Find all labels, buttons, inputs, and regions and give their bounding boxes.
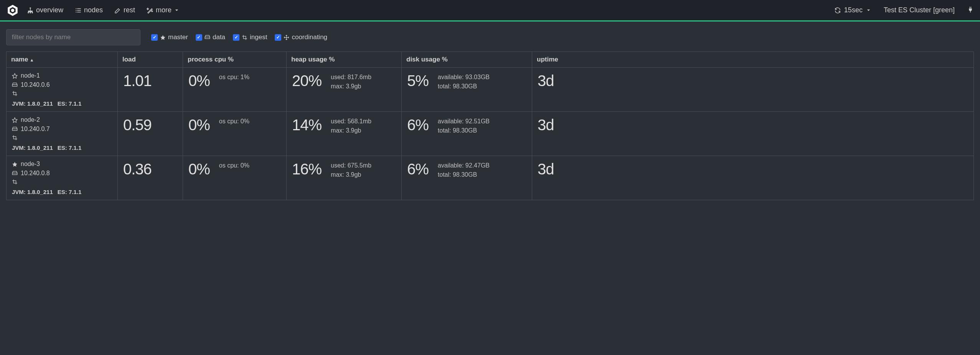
nav-rest-label: rest: [124, 6, 135, 14]
checkbox-checked-icon: ✓: [233, 34, 239, 41]
cell-cpu: 0% os cpu: 1%: [183, 68, 287, 111]
disk-value: 6%: [407, 161, 429, 178]
svg-point-0: [11, 8, 15, 12]
connect-button[interactable]: [967, 6, 974, 15]
nav-nodes[interactable]: nodes: [75, 6, 103, 14]
hdd-icon: [205, 35, 210, 40]
refresh-icon: [834, 7, 841, 14]
os-cpu: os cpu: 0%: [219, 118, 249, 125]
table-row: node-1 10.240.0.6 JVM: 1.8.0_211ES: 7.1.…: [7, 68, 973, 112]
cpu-value: 0%: [188, 161, 210, 178]
crop-icon: [12, 135, 18, 141]
node-ip: 10.240.0.6: [21, 81, 50, 88]
col-uptime[interactable]: uptime: [532, 52, 594, 67]
node-ip: 10.240.0.7: [21, 126, 50, 133]
checkbox-checked-icon: ✓: [275, 34, 281, 41]
load-value: 0.59: [123, 116, 152, 133]
load-value: 0.36: [123, 161, 152, 178]
list-icon: [75, 7, 82, 14]
sort-asc-icon: ▲: [30, 58, 34, 62]
cpu-value: 0%: [188, 116, 210, 134]
cell-name: node-2 10.240.0.7 JVM: 1.8.0_211ES: 7.1.…: [7, 112, 118, 156]
nodes-table: name▲ load process cpu % heap usage % di…: [6, 51, 974, 200]
cluster-name: Test ES Cluster [green]: [884, 6, 955, 14]
disk-total: total: 98.30GB: [438, 83, 490, 90]
edit-icon: [114, 7, 121, 14]
node-es: ES: 7.1.1: [58, 100, 82, 107]
cell-name: node-3 10.240.0.8 JVM: 1.8.0_211ES: 7.1.…: [7, 156, 118, 200]
os-cpu: os cpu: 1%: [219, 74, 249, 81]
role-master-label: master: [168, 33, 188, 41]
disk-avail: available: 93.03GB: [438, 74, 490, 81]
crop-icon: [242, 35, 247, 40]
sitemap-icon: [27, 7, 34, 14]
heap-value: 16%: [292, 161, 322, 178]
cell-disk: 6% available: 92.47GBtotal: 98.30GB: [402, 156, 532, 200]
checkbox-checked-icon: ✓: [151, 34, 158, 41]
disk-total: total: 98.30GB: [438, 127, 490, 134]
heap-used: used: 675.5mb: [331, 162, 371, 169]
hdd-icon: [12, 126, 18, 132]
caret-down-icon: [174, 7, 180, 13]
refresh-interval[interactable]: 15sec: [834, 6, 871, 14]
filter-nodes-input[interactable]: [6, 29, 140, 45]
move-icon: [284, 35, 289, 40]
role-ingest-checkbox[interactable]: ✓ ingest: [233, 33, 267, 41]
role-data-checkbox[interactable]: ✓ data: [196, 33, 225, 41]
role-data-label: data: [213, 33, 225, 41]
col-heap[interactable]: heap usage %: [287, 52, 402, 67]
uptime-value: 3d: [538, 116, 554, 133]
caret-down-icon: [866, 7, 871, 13]
star-icon: [160, 35, 166, 40]
heap-used: used: 817.6mb: [331, 74, 371, 81]
uptime-value: 3d: [538, 161, 554, 178]
cell-uptime: 3d: [532, 68, 594, 111]
heap-max: max: 3.9gb: [331, 83, 371, 90]
crop-icon: [12, 91, 18, 96]
node-es: ES: 7.1.1: [58, 189, 82, 195]
node-jvm: JVM: 1.8.0_211: [12, 144, 53, 151]
col-cpu[interactable]: process cpu %: [183, 52, 287, 67]
crop-icon: [12, 179, 18, 185]
star-icon: [12, 161, 18, 167]
checkbox-checked-icon: ✓: [196, 34, 202, 41]
cell-load: 1.01: [118, 68, 183, 111]
node-jvm: JVM: 1.8.0_211: [12, 100, 53, 107]
load-value: 1.01: [123, 72, 152, 89]
col-name[interactable]: name▲: [7, 52, 118, 67]
col-disk[interactable]: disk usage %: [402, 52, 532, 67]
cell-uptime: 3d: [532, 156, 594, 200]
hdd-icon: [12, 82, 18, 88]
nav-overview[interactable]: overview: [27, 6, 63, 14]
node-name: node-3: [21, 161, 40, 168]
node-name: node-1: [21, 72, 40, 79]
wand-icon: [147, 7, 153, 14]
disk-avail: available: 92.47GB: [438, 162, 490, 169]
nav-rest[interactable]: rest: [114, 6, 135, 14]
cell-load: 0.59: [118, 112, 183, 156]
plug-icon: [967, 6, 974, 13]
filter-toolbar: ✓ master ✓ data ✓ ingest ✓ coordinating: [0, 22, 980, 51]
node-ip: 10.240.0.8: [21, 170, 50, 177]
cell-cpu: 0% os cpu: 0%: [183, 112, 287, 156]
node-name: node-2: [21, 116, 40, 123]
cell-heap: 20% used: 817.6mbmax: 3.9gb: [287, 68, 402, 111]
cpu-value: 0%: [188, 72, 210, 90]
refresh-interval-label: 15sec: [844, 6, 863, 14]
heap-value: 20%: [292, 72, 322, 90]
table-row: node-3 10.240.0.8 JVM: 1.8.0_211ES: 7.1.…: [7, 156, 973, 200]
heap-used: used: 568.1mb: [331, 118, 371, 125]
role-master-checkbox[interactable]: ✓ master: [151, 33, 188, 41]
node-es: ES: 7.1.1: [58, 144, 82, 151]
nav-more[interactable]: more: [147, 6, 180, 14]
role-coordinating-checkbox[interactable]: ✓ coordinating: [275, 33, 327, 41]
star-outline-icon: [12, 73, 18, 79]
table-header: name▲ load process cpu % heap usage % di…: [7, 52, 973, 68]
disk-total: total: 98.30GB: [438, 171, 490, 178]
star-outline-icon: [12, 117, 18, 123]
heap-max: max: 3.9gb: [331, 127, 371, 134]
cell-disk: 5% available: 93.03GBtotal: 98.30GB: [402, 68, 532, 111]
col-load[interactable]: load: [118, 52, 183, 67]
cell-heap: 14% used: 568.1mbmax: 3.9gb: [287, 112, 402, 156]
cell-uptime: 3d: [532, 112, 594, 156]
